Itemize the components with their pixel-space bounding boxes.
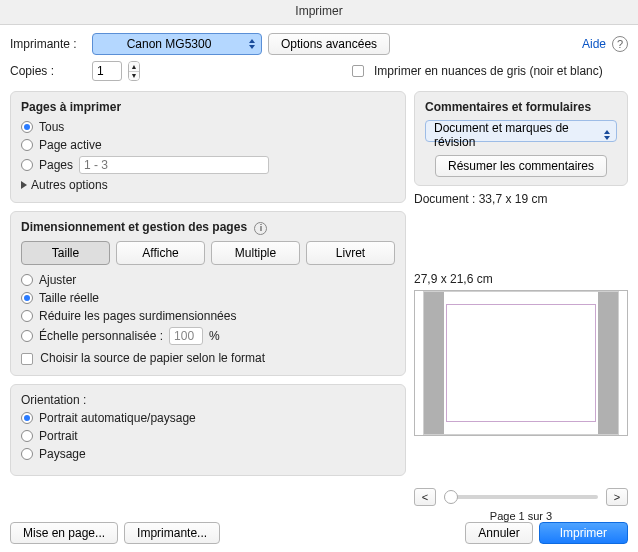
print-button[interactable]: Imprimer <box>539 522 628 544</box>
page-setup-button[interactable]: Mise en page... <box>10 522 118 544</box>
print-preview <box>414 290 628 436</box>
radio-actual-label: Taille réelle <box>39 291 99 305</box>
radio-icon <box>21 412 33 424</box>
radio-orient-auto[interactable]: Portrait automatique/paysage <box>21 411 395 425</box>
disclosure-triangle-icon <box>21 181 27 189</box>
chevron-up-icon: ▲ <box>129 62 139 72</box>
paper-source-label: Choisir la source de papier selon le for… <box>40 351 265 365</box>
grayscale-checkbox[interactable] <box>352 65 364 77</box>
copies-label: Copies : <box>10 64 86 78</box>
help-icon[interactable]: ? <box>612 36 628 52</box>
tab-booklet[interactable]: Livret <box>306 241 395 265</box>
radio-actual[interactable]: Taille réelle <box>21 291 395 305</box>
radio-icon <box>21 330 33 342</box>
printer-select[interactable]: Canon MG5300 <box>92 33 262 55</box>
radio-icon <box>21 448 33 460</box>
radio-icon <box>21 292 33 304</box>
page-range-input[interactable] <box>79 156 269 174</box>
radio-orient-portrait[interactable]: Portrait <box>21 429 395 443</box>
orient-landscape-label: Paysage <box>39 447 86 461</box>
custom-scale-input[interactable] <box>169 327 203 345</box>
window-title: Imprimer <box>0 0 638 25</box>
orient-portrait-label: Portrait <box>39 429 78 443</box>
tab-size[interactable]: Taille <box>21 241 110 265</box>
summarize-comments-button[interactable]: Résumer les commentaires <box>435 155 607 177</box>
radio-all[interactable]: Tous <box>21 120 395 134</box>
radio-current[interactable]: Page active <box>21 138 395 152</box>
radio-range-label: Pages <box>39 158 73 172</box>
radio-icon <box>21 139 33 151</box>
radio-icon <box>21 121 33 133</box>
tab-poster[interactable]: Affiche <box>116 241 205 265</box>
radio-custom-label: Échelle personnalisée : <box>39 329 163 343</box>
orientation-heading: Orientation : <box>21 393 395 407</box>
printer-config-button[interactable]: Imprimante... <box>124 522 220 544</box>
more-options-label: Autres options <box>31 178 108 192</box>
radio-fit[interactable]: Ajuster <box>21 273 395 287</box>
cancel-button[interactable]: Annuler <box>465 522 532 544</box>
more-options-disclosure[interactable]: Autres options <box>21 178 395 192</box>
help-link[interactable]: Aide <box>582 37 606 51</box>
comments-group: Commentaires et formulaires Document et … <box>414 91 628 186</box>
chevron-down-icon: ▼ <box>129 72 139 81</box>
radio-orient-landscape[interactable]: Paysage <box>21 447 395 461</box>
radio-icon <box>21 310 33 322</box>
radio-fit-label: Ajuster <box>39 273 76 287</box>
radio-range[interactable]: Pages <box>21 156 395 174</box>
radio-icon <box>21 274 33 286</box>
slider-thumb[interactable] <box>444 490 458 504</box>
info-icon[interactable]: i <box>254 222 267 235</box>
radio-icon <box>21 159 33 171</box>
tab-multiple[interactable]: Multiple <box>211 241 300 265</box>
next-page-button[interactable]: > <box>606 488 628 506</box>
radio-icon <box>21 430 33 442</box>
radio-shrink-label: Réduire les pages surdimensionnées <box>39 309 236 323</box>
paper-source-checkbox[interactable] <box>21 353 33 365</box>
copies-input[interactable] <box>92 61 122 81</box>
radio-all-label: Tous <box>39 120 64 134</box>
radio-shrink[interactable]: Réduire les pages surdimensionnées <box>21 309 395 323</box>
copies-stepper[interactable]: ▲ ▼ <box>128 61 140 81</box>
document-dimensions: Document : 33,7 x 19 cm <box>414 192 628 206</box>
radio-custom-scale[interactable]: Échelle personnalisée : % <box>21 327 395 345</box>
pages-heading: Pages à imprimer <box>21 100 395 114</box>
prev-page-button[interactable]: < <box>414 488 436 506</box>
page-slider[interactable] <box>444 495 598 499</box>
sizing-heading: Dimensionnement et gestion des pages i <box>21 220 395 235</box>
pages-group: Pages à imprimer Tous Page active Pages … <box>10 91 406 203</box>
orientation-group: Orientation : Portrait automatique/paysa… <box>10 384 406 476</box>
comments-select[interactable]: Document et marques de révision <box>425 120 617 142</box>
advanced-options-button[interactable]: Options avancées <box>268 33 390 55</box>
grayscale-label: Imprimer en nuances de gris (noir et bla… <box>374 64 603 78</box>
printer-label: Imprimante : <box>10 37 86 51</box>
radio-current-label: Page active <box>39 138 102 152</box>
comments-heading: Commentaires et formulaires <box>425 100 617 114</box>
page-indicator: Page 1 sur 3 <box>414 510 628 522</box>
orient-auto-label: Portrait automatique/paysage <box>39 411 196 425</box>
paper-dimensions: 27,9 x 21,6 cm <box>414 272 628 286</box>
percent-label: % <box>209 329 220 343</box>
sizing-group: Dimensionnement et gestion des pages i T… <box>10 211 406 376</box>
